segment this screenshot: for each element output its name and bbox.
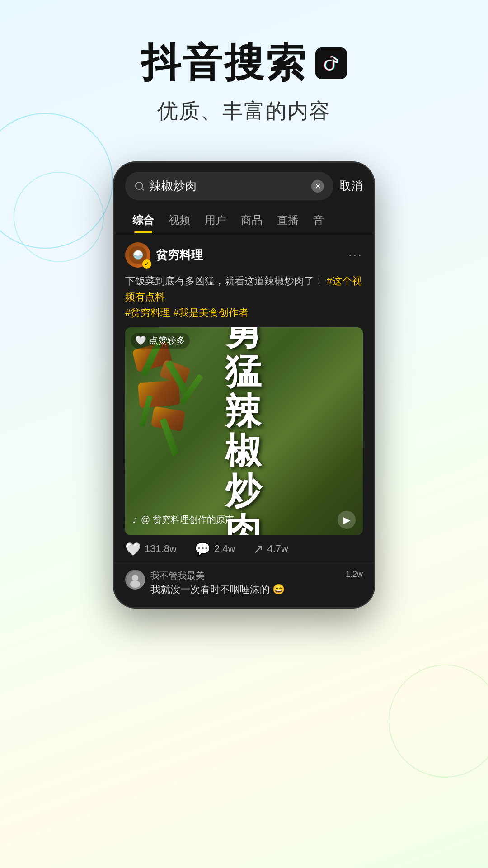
video-title-overlay: 勇猛辣椒炒肉 [125,327,363,535]
svg-point-4 [132,575,138,581]
tiktok-badge [315,47,347,79]
audio-info: ♪ @ 贫穷料理创作的原声 [132,514,234,526]
search-query: 辣椒炒肉 [150,178,307,194]
phone-screen: 辣椒炒肉 ✕ 取消 综合 视频 用户 商品 [114,163,374,607]
commenter-name: 我不管我最美 [150,570,340,582]
svg-point-0 [136,182,143,189]
subtitle: 优质、丰富的内容 [0,97,488,125]
like-icon: 🤍 [125,542,141,557]
svg-text:🍚: 🍚 [132,250,144,260]
video-thumbnail[interactable]: 勇猛辣椒炒肉 🤍 点赞较多 ♪ @ 贫穷料理创作的原声 [125,327,363,535]
author-name: 贫穷料理 [156,247,203,263]
bg-decoration-circle-3 [389,665,488,778]
interaction-bar: 🤍 131.8w 💬 2.4w ↗ 4.7w [114,535,374,563]
phone-container: 辣椒炒肉 ✕ 取消 综合 视频 用户 商品 [0,161,488,609]
tab-live[interactable]: 直播 [270,208,306,233]
phone-mockup: 辣椒炒肉 ✕ 取消 综合 视频 用户 商品 [113,161,375,609]
header-section: 抖音搜索 优质、丰富的内容 [0,0,488,143]
comment-likes: 1.2w [346,570,363,579]
comment-text: 我就没一次看时不咽唾沫的 😄 [150,583,340,596]
clear-button[interactable]: ✕ [311,180,324,193]
comment-icon: 💬 [195,542,211,557]
share-interaction[interactable]: ↗ 4.7w [253,542,288,557]
comment-content: 我不管我最美 我就没一次看时不咽唾沫的 😄 [150,570,340,596]
comment-count: 2.4w [214,543,235,555]
post-card: 🍚 ✓ 贫穷料理 ··· 下饭菜到底有多凶猛，就看这道辣椒炒肉了！ #这个视频有… [114,233,374,535]
like-count: 131.8w [145,543,177,555]
author-info: 🍚 ✓ 贫穷料理 [125,242,203,268]
likes-badge-text: 点赞较多 [149,335,185,347]
share-icon: ↗ [253,542,263,557]
tiktok-small-icon: ♪ [132,514,137,526]
commenter-avatar-icon [127,571,143,588]
like-interaction[interactable]: 🤍 131.8w [125,542,177,557]
search-icon [134,181,145,192]
video-big-text: 勇猛辣椒炒肉 [225,327,263,535]
video-bg: 勇猛辣椒炒肉 [125,327,363,535]
search-bar-area: 辣椒炒肉 ✕ 取消 [114,163,374,205]
heart-icon: 🤍 [135,335,146,346]
main-title: 抖音搜索 [0,36,488,90]
commenter-avatar [125,570,145,590]
post-text: 下饭菜到底有多凶猛，就看这道辣椒炒肉了！ #这个视频有点料 #贫穷料理 #我是美… [125,273,363,321]
cancel-button[interactable]: 取消 [339,178,363,194]
more-options-button[interactable]: ··· [348,248,363,262]
play-area: ♪ @ 贫穷料理创作的原声 ▶ [125,511,363,529]
verified-badge: ✓ [142,259,151,269]
tab-audio[interactable]: 音 [306,208,331,233]
comment-interaction[interactable]: 💬 2.4w [195,542,235,557]
tab-product[interactable]: 商品 [234,208,270,233]
tab-comprehensive[interactable]: 综合 [125,208,161,233]
svg-point-5 [130,580,140,588]
tab-video[interactable]: 视频 [161,208,197,233]
comment-row: 我不管我最美 我就没一次看时不咽唾沫的 😄 1.2w [125,570,363,596]
tiktok-logo-icon [321,53,341,73]
tab-user[interactable]: 用户 [197,208,234,233]
comment-section: 我不管我最美 我就没一次看时不咽唾沫的 😄 1.2w [114,563,374,607]
post-header: 🍚 ✓ 贫穷料理 ··· [125,242,363,268]
share-count: 4.7w [267,543,288,555]
avatar-wrap: 🍚 ✓ [125,242,150,268]
likes-badge: 🤍 点赞较多 [131,333,190,349]
main-title-text: 抖音搜索 [141,36,307,90]
hashtag-3[interactable]: #我是美食创作者 [173,307,248,318]
play-button[interactable]: ▶ [338,511,356,529]
tabs-area: 综合 视频 用户 商品 直播 音 [114,205,374,233]
hashtag-2[interactable]: #贫穷料理 [125,307,170,318]
search-input-box[interactable]: 辣椒炒肉 ✕ [125,172,333,200]
audio-text: @ 贫穷料理创作的原声 [141,514,234,526]
